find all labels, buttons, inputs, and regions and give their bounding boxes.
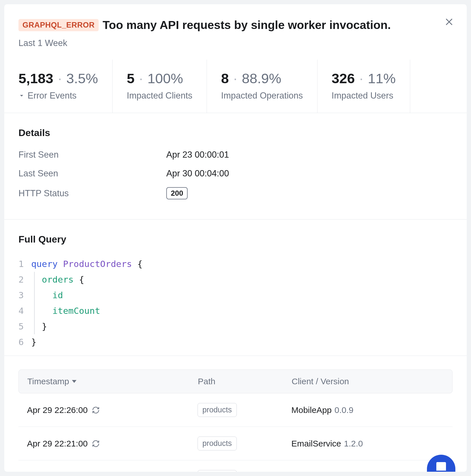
refresh-icon <box>92 440 100 448</box>
details-heading: Details <box>18 127 453 138</box>
line-number-gutter: 123456 <box>18 256 31 350</box>
stat-label: Impacted Clients <box>127 91 192 101</box>
table-row[interactable]: Apr 29 22:04:00productsWebApp1.2.0 <box>18 460 453 472</box>
line-number: 3 <box>18 287 24 303</box>
detail-row: First SeenApr 23 00:00:01 <box>18 150 453 160</box>
code-line: itemCount <box>31 303 143 319</box>
full-query-section: Full Query 123456 query ProductOrders { … <box>4 220 467 356</box>
refresh-icon <box>92 406 100 414</box>
stat-separator: · <box>233 72 237 85</box>
column-header-path[interactable]: Path <box>198 377 292 386</box>
query-code-block: 123456 query ProductOrders { orders { id… <box>18 256 453 350</box>
column-header-timestamp-label: Timestamp <box>27 377 69 386</box>
close-button[interactable] <box>442 15 456 29</box>
path-cell: products <box>198 470 291 472</box>
stats-row: 5,183·3.5%Error Events5·100%Impacted Cli… <box>4 60 467 113</box>
code-line: } <box>31 319 143 334</box>
path-pill: products <box>198 403 237 417</box>
table-row[interactable]: Apr 29 22:21:00productsEmailService1.2.0 <box>18 427 453 460</box>
stat-block: 8·88.9%Impacted Operations <box>207 60 318 113</box>
stat-separator: · <box>359 72 363 85</box>
client-cell: EmailService1.2.0 <box>291 439 444 448</box>
stat-block: 5·100%Impacted Clients <box>113 60 207 113</box>
code-line: orders { <box>31 272 143 287</box>
stat-primary-value: 5 <box>127 72 134 85</box>
stat-block: 326·11%Impacted Users <box>318 60 410 113</box>
full-query-heading: Full Query <box>18 234 453 245</box>
error-detail-panel: GRAPHQL_ERROR Too many API requests by s… <box>4 4 467 472</box>
time-range-label: Last 1 Week <box>18 38 453 48</box>
code-line: id <box>31 287 143 303</box>
stat-label: Error Events <box>18 91 98 101</box>
sort-descending-icon <box>72 380 76 383</box>
chat-icon <box>436 462 446 471</box>
code-line: } <box>31 334 143 350</box>
stat-label: Impacted Users <box>332 91 396 101</box>
stat-separator: · <box>58 72 62 85</box>
client-version: 1.2.0 <box>344 439 363 448</box>
stat-secondary-value: 11% <box>368 72 396 85</box>
detail-label: First Seen <box>18 150 166 160</box>
line-number: 2 <box>18 272 24 287</box>
close-icon <box>444 17 454 27</box>
column-header-timestamp[interactable]: Timestamp <box>27 377 198 386</box>
stat-label: Impacted Operations <box>221 91 303 101</box>
stat-primary-value: 326 <box>332 72 355 85</box>
stat-block[interactable]: 5,183·3.5%Error Events <box>4 60 113 113</box>
detail-label: HTTP Status <box>18 188 166 199</box>
details-section: Details First SeenApr 23 00:00:01Last Se… <box>4 113 467 220</box>
path-pill: products <box>198 437 237 450</box>
error-title: Too many API requests by single worker i… <box>103 18 391 32</box>
stat-secondary-value: 100% <box>148 72 183 85</box>
detail-row: HTTP Status200 <box>18 187 453 199</box>
detail-label: Last Seen <box>18 168 166 179</box>
code-lines: query ProductOrders { orders { id itemCo… <box>31 256 143 350</box>
events-table: Timestamp Path Client / Version Apr 29 2… <box>4 356 467 472</box>
detail-value: Apr 30 00:04:00 <box>166 168 229 179</box>
client-version: 0.0.9 <box>335 405 354 415</box>
timestamp-cell: Apr 29 22:26:00 <box>27 405 198 415</box>
stat-secondary-value: 3.5% <box>66 72 98 85</box>
chevron-down-icon <box>18 93 25 99</box>
table-row[interactable]: Apr 29 22:26:00productsMobileApp0.0.9 <box>18 393 453 427</box>
detail-row: Last SeenApr 30 00:04:00 <box>18 168 453 179</box>
stat-separator: · <box>139 72 143 85</box>
http-status-pill: 200 <box>166 187 188 199</box>
error-type-badge: GRAPHQL_ERROR <box>18 19 99 31</box>
line-number: 1 <box>18 256 24 272</box>
path-pill: products <box>198 470 237 472</box>
stat-primary-value: 5,183 <box>18 72 53 85</box>
column-header-client[interactable]: Client / Version <box>292 377 444 386</box>
stat-secondary-value: 88.9% <box>242 72 281 85</box>
stat-primary-value: 8 <box>221 72 229 85</box>
client-cell: MobileApp0.0.9 <box>291 405 444 415</box>
line-number: 4 <box>18 303 24 319</box>
panel-header: GRAPHQL_ERROR Too many API requests by s… <box>4 4 467 57</box>
path-cell: products <box>198 437 291 450</box>
path-cell: products <box>198 403 291 417</box>
code-line: query ProductOrders { <box>31 256 143 272</box>
line-number: 5 <box>18 319 24 334</box>
table-header-row: Timestamp Path Client / Version <box>18 369 453 393</box>
line-number: 6 <box>18 334 24 350</box>
detail-value: Apr 23 00:00:01 <box>166 150 229 160</box>
timestamp-cell: Apr 29 22:21:00 <box>27 439 198 448</box>
